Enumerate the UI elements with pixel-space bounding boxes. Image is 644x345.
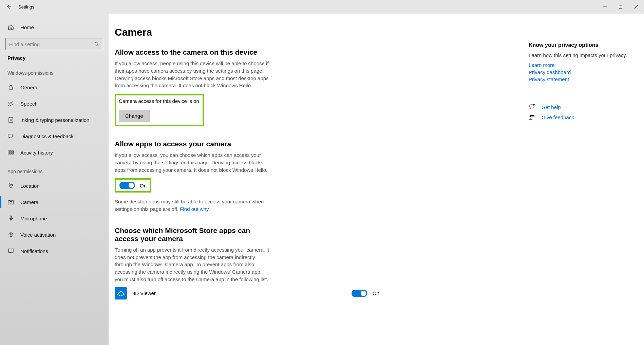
sidebar-home-label: Home bbox=[20, 24, 34, 30]
svg-rect-29 bbox=[532, 115, 534, 116]
svg-rect-17 bbox=[12, 151, 14, 154]
search-icon bbox=[94, 42, 99, 47]
sidebar-item-location[interactable]: Location bbox=[0, 178, 109, 194]
privacy-dashboard-link[interactable]: Privacy dashboard bbox=[529, 69, 629, 75]
camera-icon bbox=[7, 200, 14, 204]
section-apps-access-desc: If you allow access, you can choose whic… bbox=[115, 151, 271, 174]
sidebar-item-inking[interactable]: Inking & typing personalization bbox=[0, 112, 109, 128]
sidebar-item-notifications[interactable]: Notifications bbox=[0, 243, 109, 259]
section-choose-apps-desc: Turning off an app prevents it from dire… bbox=[115, 246, 271, 283]
change-button-label: Change bbox=[125, 113, 143, 119]
titlebar: Settings bbox=[0, 0, 644, 14]
svg-rect-23 bbox=[11, 233, 11, 235]
app-3d-viewer-toggle[interactable] bbox=[352, 290, 367, 297]
sidebar-item-label: Location bbox=[20, 183, 40, 189]
app-tile-icon bbox=[115, 287, 127, 299]
sidebar-item-label: Activity history bbox=[20, 150, 53, 156]
notifications-icon bbox=[7, 248, 14, 254]
sidebar-group-app: App permissions bbox=[0, 169, 109, 174]
page-title: Camera bbox=[115, 26, 379, 38]
close-button[interactable] bbox=[628, 0, 644, 14]
learn-more-link[interactable]: Learn more bbox=[529, 62, 629, 68]
home-icon bbox=[7, 24, 14, 30]
sidebar-item-voice-activation[interactable]: Voice activation bbox=[0, 226, 109, 243]
maximize-button[interactable] bbox=[613, 0, 628, 14]
svg-line-5 bbox=[98, 45, 99, 47]
sidebar-item-diagnostics[interactable]: Diagnostics & feedback bbox=[0, 128, 109, 144]
sidebar-home[interactable]: Home bbox=[0, 19, 109, 35]
sidebar-item-activity[interactable]: Activity history bbox=[0, 144, 109, 161]
back-button[interactable] bbox=[6, 4, 12, 10]
minimize-button[interactable] bbox=[597, 0, 613, 14]
section-choose-apps-title: Choose which Microsoft Store apps can ac… bbox=[115, 226, 264, 243]
voice-icon bbox=[7, 232, 14, 237]
sidebar-item-camera[interactable]: Camera bbox=[0, 194, 109, 210]
sidebar-item-label: Camera bbox=[20, 199, 38, 205]
sidebar-group-windows: Windows permissions bbox=[0, 70, 109, 76]
section-apps-access-title: Allow apps to access your camera bbox=[115, 140, 379, 148]
right-panel-title: Know your privacy options bbox=[529, 42, 629, 48]
svg-rect-15 bbox=[8, 151, 10, 154]
sidebar-item-general[interactable]: General bbox=[0, 79, 109, 95]
app-name: 3D Viewer bbox=[132, 290, 258, 296]
microphone-icon bbox=[7, 215, 14, 221]
svg-rect-6 bbox=[9, 87, 13, 89]
window-title: Settings bbox=[18, 4, 34, 10]
device-access-status: Camera access for this device is on bbox=[119, 98, 199, 104]
sidebar-item-speech[interactable]: Speech bbox=[0, 95, 109, 112]
svg-rect-21 bbox=[10, 216, 12, 219]
sidebar-item-microphone[interactable]: Microphone bbox=[0, 210, 109, 226]
svg-rect-1 bbox=[619, 5, 622, 8]
help-icon bbox=[529, 104, 535, 110]
sidebar-current-category: Privacy bbox=[0, 55, 109, 61]
apps-access-toggle[interactable] bbox=[119, 182, 135, 189]
svg-point-7 bbox=[9, 102, 11, 104]
sidebar-item-label: Microphone bbox=[20, 216, 47, 221]
sidebar: Home Privacy Windows permissions General… bbox=[0, 14, 109, 345]
get-help-link[interactable]: Get help bbox=[542, 104, 561, 110]
sidebar-item-label: Notifications bbox=[20, 248, 48, 254]
sidebar-item-label: Diagnostics & feedback bbox=[20, 133, 74, 139]
speech-icon bbox=[7, 101, 14, 106]
desktop-note: Some desktop apps may still be able to a… bbox=[115, 198, 271, 213]
section-device-access-desc: If you allow access, people using this d… bbox=[115, 60, 271, 89]
svg-rect-25 bbox=[8, 249, 13, 252]
change-button[interactable]: Change bbox=[119, 110, 150, 122]
find-out-why-link[interactable]: Find out why bbox=[180, 206, 209, 212]
location-icon bbox=[7, 183, 14, 189]
sidebar-item-label: Voice activation bbox=[20, 232, 56, 238]
search-input[interactable] bbox=[5, 38, 103, 50]
feedback-person-icon bbox=[529, 114, 535, 120]
app-3d-viewer-toggle-label: On bbox=[373, 290, 379, 296]
svg-point-18 bbox=[10, 184, 12, 185]
right-panel-desc: Learn how this setting impacts your priv… bbox=[529, 52, 629, 59]
svg-point-20 bbox=[10, 201, 12, 203]
app-row-3d-viewer: 3D Viewer On bbox=[115, 287, 379, 299]
give-feedback-link[interactable]: Give feedback bbox=[542, 114, 574, 120]
clipboard-icon bbox=[7, 117, 14, 123]
svg-point-26 bbox=[529, 105, 534, 108]
svg-rect-12 bbox=[8, 134, 12, 137]
sidebar-item-label: Inking & typing personalization bbox=[20, 117, 89, 123]
highlight-apps-access: On bbox=[115, 178, 151, 193]
svg-rect-16 bbox=[10, 151, 12, 154]
section-device-access-title: Allow access to the camera on this devic… bbox=[115, 48, 379, 56]
activity-icon bbox=[7, 150, 14, 155]
apps-access-toggle-label: On bbox=[140, 183, 147, 188]
svg-point-28 bbox=[530, 115, 532, 117]
privacy-statement-link[interactable]: Privacy statement bbox=[529, 76, 629, 82]
svg-point-4 bbox=[95, 42, 98, 46]
lock-icon bbox=[7, 85, 14, 90]
sidebar-item-label: Speech bbox=[20, 101, 38, 107]
sidebar-item-label: General bbox=[20, 85, 38, 90]
highlight-device-access: Camera access for this device is on Chan… bbox=[115, 94, 204, 126]
feedback-icon bbox=[7, 133, 14, 139]
